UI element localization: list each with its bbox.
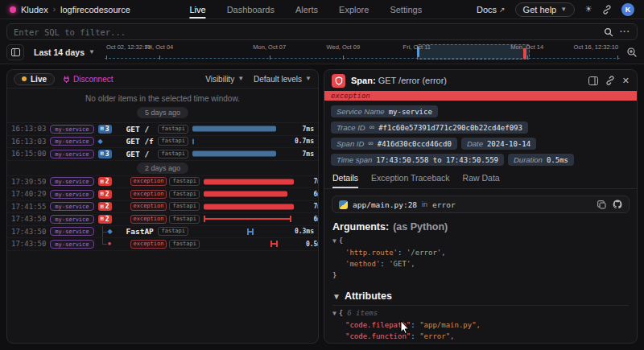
child-count-badge[interactable]: ⊞2 bbox=[98, 190, 112, 199]
row-badges: exception fastapi bbox=[130, 240, 200, 249]
duration-bar[interactable] bbox=[247, 231, 253, 233]
disconnect-button[interactable]: Disconnect bbox=[63, 75, 113, 84]
trace-row[interactable]: 17:43:50 my-service ◆ FastAPI arguments bbox=[7, 226, 318, 238]
expand-icon: ⊞ bbox=[101, 179, 104, 185]
sql-filter-input[interactable] bbox=[14, 27, 597, 37]
timeline-track[interactable]: Oct 02, 12:32:10 Fri, Oct 04 Mon, Oct 07 bbox=[105, 43, 620, 60]
nav-tab[interactable]: Dashboards bbox=[227, 0, 275, 19]
sidebar-toggle-button[interactable] bbox=[6, 44, 24, 60]
github-icon[interactable] bbox=[613, 200, 622, 209]
trace-row[interactable]: 17:40:29 my-service ⊞2 GET /error except… bbox=[7, 188, 318, 200]
meta-value: 17:43:50.558 to 17:43:50.559 bbox=[376, 156, 498, 164]
fastapi-badge: fastapi bbox=[158, 150, 188, 159]
meta-label: Service Name bbox=[336, 107, 385, 116]
duration-bar[interactable] bbox=[192, 151, 276, 157]
copy-link-button[interactable] bbox=[605, 76, 615, 85]
service-badge: my-service bbox=[50, 137, 93, 146]
user-avatar[interactable]: K bbox=[621, 3, 634, 16]
trace-list: No older items in the selected time wind… bbox=[7, 89, 318, 343]
time-range-selector[interactable]: Last 14 days▼ bbox=[31, 47, 98, 57]
meta-pill[interactable]: Trace ID ∞ #f1c60e57391d771c290c0b22cd4e… bbox=[331, 121, 528, 134]
meta-value: my-service bbox=[389, 108, 432, 116]
close-panel-button[interactable]: ✕ bbox=[622, 76, 630, 86]
error-span-icon bbox=[332, 74, 345, 88]
duration-label: 0.5ms bbox=[303, 241, 318, 248]
trace-row[interactable]: 16:13:03 my-service ⊞3 GET / bbox=[7, 123, 318, 135]
nav-tab[interactable]: Alerts bbox=[295, 0, 318, 19]
child-count-badge[interactable]: ⊞2 bbox=[98, 215, 112, 224]
theme-toggle-button[interactable]: ☀ bbox=[584, 4, 592, 14]
search-icon[interactable] bbox=[604, 27, 613, 37]
dock-panel-button[interactable] bbox=[588, 76, 598, 85]
trace-row-container: 16:13:03 my-service ◆ GET /favicon.ico bbox=[7, 136, 318, 149]
time-gap-pill-wrap: 2 days ago bbox=[7, 161, 318, 175]
detail-tabs: DetailsException TracebackRaw Data bbox=[324, 170, 637, 189]
trace-row[interactable]: 17:43:50 my-service ● GET /error (error)… bbox=[7, 238, 318, 250]
chevron-down-icon: ▼ bbox=[305, 76, 312, 82]
copy-button[interactable] bbox=[597, 200, 606, 209]
default-levels-dropdown[interactable]: Default levels▼ bbox=[254, 75, 312, 84]
meta-pill[interactable]: Duration 0.5ms bbox=[508, 154, 574, 166]
live-button[interactable]: Live bbox=[14, 73, 55, 85]
expand-icon: ⊞ bbox=[101, 204, 104, 210]
detail-header-actions: ✕ bbox=[588, 76, 630, 86]
trace-row[interactable]: 17:39:59 my-service ⊞2 GET /error except… bbox=[7, 176, 318, 188]
detail-tab[interactable]: Exception Traceback bbox=[371, 173, 449, 188]
tick-label: Mon, Oct 14 bbox=[510, 43, 543, 51]
exception-badge: exception bbox=[130, 177, 167, 186]
duration-label: 6ms bbox=[303, 216, 318, 223]
code-location-bar[interactable]: app/main.py:28 in error bbox=[332, 196, 630, 213]
time-gap-pill: 2 days ago bbox=[137, 163, 188, 174]
docs-link[interactable]: Docs↗ bbox=[477, 5, 506, 14]
nav-tab[interactable]: Settings bbox=[390, 0, 422, 19]
meta-pill[interactable]: Service Name my-service bbox=[331, 105, 438, 117]
trace-row[interactable]: 16:13:03 my-service ◆ GET /favicon.ico bbox=[7, 136, 318, 148]
breadcrumb-org[interactable]: Kludex bbox=[21, 5, 48, 14]
duration-bar[interactable] bbox=[192, 138, 194, 144]
duration-bar[interactable] bbox=[204, 218, 291, 220]
timeline-ticks: Oct 02, 12:32:10 Fri, Oct 04 Mon, Oct 07 bbox=[105, 43, 620, 60]
collapse-chevron-icon[interactable]: ▼ bbox=[332, 310, 336, 317]
detail-body: app/main.py:28 in error Arguments: (as P… bbox=[324, 189, 637, 343]
visibility-dropdown[interactable]: Visibility▼ bbox=[205, 75, 244, 84]
collapse-chevron-icon[interactable]: ▼ bbox=[332, 237, 336, 245]
nav-tab[interactable]: Explore bbox=[339, 0, 369, 19]
meta-pill[interactable]: Time span 17:43:50.558 to 17:43:50.559 bbox=[331, 154, 504, 166]
tick-mark bbox=[270, 56, 270, 60]
child-count-badge[interactable]: ⊞2 bbox=[98, 202, 112, 211]
service-badge: my-service bbox=[50, 150, 93, 159]
span-name: GET /favicon.ico bbox=[126, 137, 155, 146]
more-options-button[interactable]: ··· bbox=[620, 27, 630, 36]
code-in-word: in bbox=[422, 200, 427, 208]
nav-tab[interactable]: Live bbox=[189, 0, 205, 19]
zoom-in-button[interactable] bbox=[626, 47, 638, 58]
duration-bar[interactable] bbox=[270, 243, 278, 245]
child-count-badge[interactable]: ⊞3 bbox=[98, 125, 112, 134]
duration-bar[interactable] bbox=[204, 179, 294, 184]
trace-row[interactable]: 16:15:00 my-service ⊞3 GET / bbox=[7, 148, 318, 160]
row-badges: exception fastapi bbox=[130, 215, 200, 224]
share-link-button[interactable] bbox=[602, 5, 612, 14]
trace-row[interactable]: 17:41:55 my-service ⊞2 GET /error except… bbox=[7, 201, 318, 213]
meta-pill[interactable]: Date 2024-10-14 bbox=[461, 138, 536, 150]
code-function: error bbox=[432, 200, 456, 209]
duration-bar[interactable] bbox=[204, 191, 287, 197]
child-count-badge[interactable]: ⊞3 bbox=[98, 150, 112, 159]
span-type-icon: ◆ bbox=[98, 138, 103, 145]
get-help-button[interactable]: Get help▼ bbox=[515, 2, 576, 17]
detail-tab[interactable]: Details bbox=[332, 173, 358, 188]
detail-tab[interactable]: Raw Data bbox=[463, 173, 500, 188]
breadcrumb-project[interactable]: logfirecodesource bbox=[60, 5, 130, 14]
duration-bar[interactable] bbox=[204, 204, 294, 209]
service-badge: my-service bbox=[50, 227, 93, 236]
child-count-badge[interactable]: ⊞2 bbox=[98, 177, 112, 186]
collapse-chevron-icon: ▼ bbox=[332, 292, 341, 301]
duration-label: 7ms bbox=[291, 150, 314, 158]
row-timestamp: 17:43:50 bbox=[11, 215, 46, 223]
duration-bar[interactable] bbox=[192, 126, 276, 132]
logfire-logo-icon[interactable] bbox=[10, 6, 16, 13]
trace-row[interactable]: 17:43:50 my-service ⊞2 GET /error except… bbox=[7, 213, 318, 225]
meta-pill[interactable]: Span ID ∞ #416d30c0ccd46cd0 bbox=[331, 138, 457, 150]
attributes-heading[interactable]: ▼ Attributes bbox=[324, 284, 637, 303]
row-badges: fastapi bbox=[158, 150, 188, 159]
